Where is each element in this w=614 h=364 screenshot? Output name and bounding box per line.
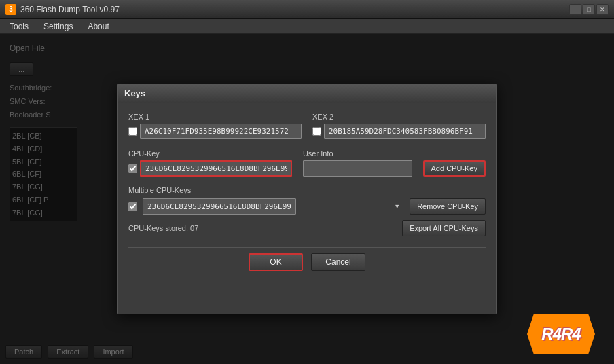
menu-settings[interactable]: Settings — [37, 20, 79, 33]
menu-bar: Tools Settings About — [0, 19, 614, 34]
xex-row: XEX 1 XEX 2 — [128, 113, 486, 139]
logo-watermark: R4R4 AT LOGIC-SUNRISE.COM — [527, 314, 609, 361]
multiple-cpu-label: Multiple CPU-Keys — [128, 186, 486, 194]
xex2-checkbox[interactable] — [312, 127, 321, 136]
app-icon-label: 3 — [9, 5, 13, 13]
xex1-input[interactable] — [140, 124, 302, 139]
cpu-key-label: CPU-Key — [128, 149, 292, 158]
logo-main-text: R4R4 — [541, 325, 580, 344]
main-content: Open File ... Southbridge: SMC Vers: Boo… — [0, 34, 614, 364]
add-cpu-key-button[interactable]: Add CPU-Key — [423, 160, 486, 177]
xex2-group: XEX 2 — [312, 113, 486, 139]
minimize-button[interactable]: ─ — [569, 4, 581, 15]
app-title: 360 Flash Dump Tool v0.97 — [20, 5, 120, 14]
menu-about[interactable]: About — [81, 20, 115, 33]
xex2-input[interactable] — [324, 124, 486, 139]
close-button[interactable]: ✕ — [596, 4, 609, 15]
dialog-buttons: OK Cancel — [128, 247, 486, 271]
dialog-title: Keys — [118, 84, 496, 103]
cpu-key-input[interactable] — [140, 160, 292, 177]
cpu-user-row: CPU-Key User Info Add CPU-Key — [128, 149, 486, 177]
keys-dialog: Keys XEX 1 XEX 2 — [117, 84, 497, 314]
user-info-group: User Info — [303, 149, 412, 177]
cpu-key-checkbox[interactable] — [128, 164, 137, 173]
user-info-input[interactable] — [303, 160, 412, 177]
window-controls: ─ □ ✕ — [569, 4, 609, 15]
dialog-body: XEX 1 XEX 2 — [118, 103, 496, 280]
menu-tools[interactable]: Tools — [3, 20, 35, 33]
cpu-keys-stored-text: CPU-Keys stored: 07 — [128, 224, 198, 232]
multiple-cpu-row: 236D6CE8295329966516E8D8BF296E99 Remove … — [128, 198, 486, 215]
cpu-key-group: CPU-Key — [128, 149, 292, 177]
xex1-label: XEX 1 — [128, 113, 302, 121]
xex2-label: XEX 2 — [312, 113, 486, 121]
logo-background: R4R4 — [527, 314, 595, 354]
xex1-checkbox[interactable] — [128, 127, 137, 136]
maximize-button[interactable]: □ — [583, 4, 595, 15]
title-bar: 3 360 Flash Dump Tool v0.97 ─ □ ✕ — [0, 0, 614, 19]
logo-shape: R4R4 AT LOGIC-SUNRISE.COM — [527, 314, 609, 361]
cpu-key-select[interactable]: 236D6CE8295329966516E8D8BF296E99 — [143, 198, 296, 215]
cpu-key-select-wrapper: 236D6CE8295329966516E8D8BF296E99 — [143, 198, 404, 215]
stored-row: CPU-Keys stored: 07 Export All CPU-Keys — [128, 220, 486, 236]
cancel-button[interactable]: Cancel — [311, 253, 365, 271]
user-info-label: User Info — [303, 149, 412, 158]
ok-button[interactable]: OK — [249, 253, 303, 271]
modal-overlay: Keys XEX 1 XEX 2 — [0, 34, 614, 364]
remove-cpu-key-button[interactable]: Remove CPU-Key — [410, 198, 486, 215]
app-icon: 3 — [5, 4, 16, 15]
multi-cpu-checkbox[interactable] — [128, 202, 137, 211]
xex1-group: XEX 1 — [128, 113, 302, 139]
export-all-cpu-keys-button[interactable]: Export All CPU-Keys — [402, 220, 486, 236]
